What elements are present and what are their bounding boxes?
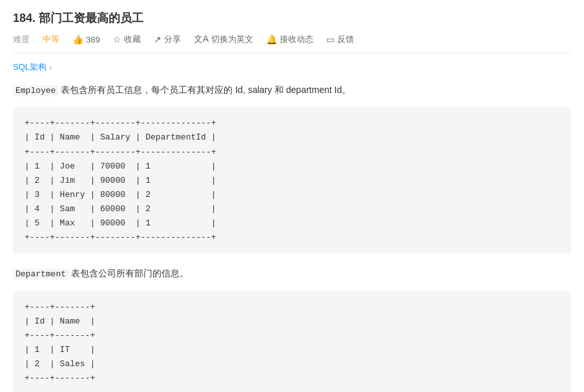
feedback-icon: ▭ [326,34,335,45]
like-count: 389 [86,35,100,45]
breadcrumb-separator: › [49,63,52,72]
star-icon: ☆ [113,34,121,45]
breadcrumb-item[interactable]: SQL架构 [13,61,47,73]
favorite-button[interactable]: ☆ 收藏 [113,34,141,45]
like-icon: 👍 [72,34,83,45]
breadcrumb: SQL架构 › [13,61,571,73]
page-container: 184. 部门工资最高的员工 难度 中等 👍 389 ☆ 收藏 ↗ 分享 文A … [0,0,584,392]
employee-description: Employee 表包含所有员工信息，每个员工有其对应的 Id, salary … [13,82,571,98]
subscribe-label: 接收动态 [280,34,313,45]
difficulty-label: 难度 [13,34,30,45]
share-icon: ↗ [154,34,162,45]
bell-icon: 🔔 [266,34,277,45]
department-description: Department 表包含公司所有部门的信息。 [13,265,571,282]
toolbar: 难度 中等 👍 389 ☆ 收藏 ↗ 分享 文A 切换为英文 🔔 接收动态 ▭ … [13,34,571,54]
share-button[interactable]: ↗ 分享 [154,34,181,45]
feedback-button[interactable]: ▭ 反馈 [326,34,354,45]
department-desc-text: 表包含公司所有部门的信息。 [71,268,189,278]
department-keyword: Department [13,269,68,280]
employee-desc-text: 表包含所有员工信息，每个员工有其对应的 Id, salary 和 departm… [61,85,351,95]
employee-keyword: Employee [13,85,58,96]
subscribe-button[interactable]: 🔔 接收动态 [266,34,313,45]
language-icon: 文A [194,34,209,45]
problem-title: 184. 部门工资最高的员工 [13,10,571,26]
department-table: +----+-------+ | Id | Name | +----+-----… [13,291,571,392]
switch-language-label: 切换为英文 [211,34,253,45]
employee-table: +----+-------+--------+--------------+ |… [13,107,571,254]
feedback-label: 反馈 [337,34,354,45]
share-label: 分享 [164,34,181,45]
like-button[interactable]: 👍 389 [72,34,100,45]
favorite-label: 收藏 [124,34,141,45]
difficulty-value: 中等 [43,34,59,45]
switch-language-button[interactable]: 文A 切换为英文 [194,34,253,45]
